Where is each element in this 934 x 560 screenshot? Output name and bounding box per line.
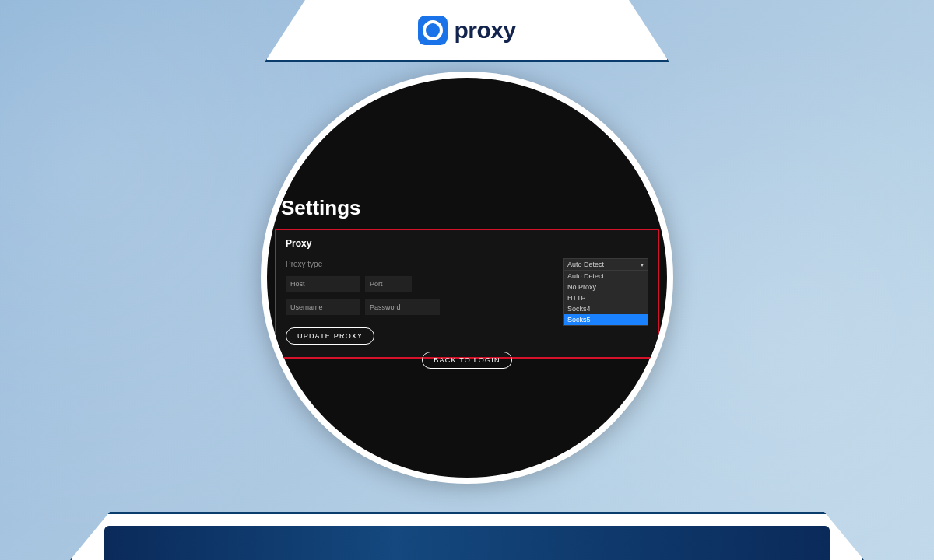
top-banner: proxy — [265, 0, 669, 62]
dropdown-option[interactable]: Socks4 — [564, 303, 648, 314]
page-title: Settings — [281, 196, 361, 220]
dropdown-selected[interactable]: Auto Detect ▾ — [563, 258, 648, 271]
bottom-banner — [70, 512, 864, 560]
bottom-inner-bar — [104, 526, 830, 560]
dropdown-selected-label: Auto Detect — [567, 261, 604, 268]
password-input[interactable]: Password — [365, 299, 440, 315]
dropdown-option[interactable]: HTTP — [564, 292, 648, 303]
dropdown-option[interactable]: Socks5 — [564, 314, 648, 325]
dropdown-option[interactable]: No Proxy — [564, 282, 648, 292]
brand: proxy — [418, 16, 515, 45]
chevron-down-icon: ▾ — [641, 261, 644, 268]
brand-logo-icon — [418, 16, 448, 45]
brand-name: proxy — [454, 17, 515, 44]
section-title: Proxy — [286, 238, 648, 249]
proxy-type-dropdown[interactable]: Auto Detect ▾ Auto Detect No Proxy HTTP … — [563, 258, 648, 326]
dropdown-option[interactable]: Auto Detect — [564, 271, 648, 282]
update-proxy-button[interactable]: Update Proxy — [286, 327, 374, 345]
proxy-section: Proxy Proxy type Host Port Username Pass… — [275, 229, 659, 359]
port-input[interactable]: Port — [365, 276, 412, 292]
host-input[interactable]: Host — [286, 276, 360, 292]
settings-window: Settings Proxy Proxy type Host Port User… — [261, 72, 673, 484]
username-input[interactable]: Username — [286, 299, 360, 315]
back-to-login-button[interactable]: Back to Login — [422, 352, 511, 369]
proxy-type-label: Proxy type — [286, 260, 363, 268]
dropdown-options: Auto Detect No Proxy HTTP Socks4 Socks5 — [563, 271, 648, 326]
